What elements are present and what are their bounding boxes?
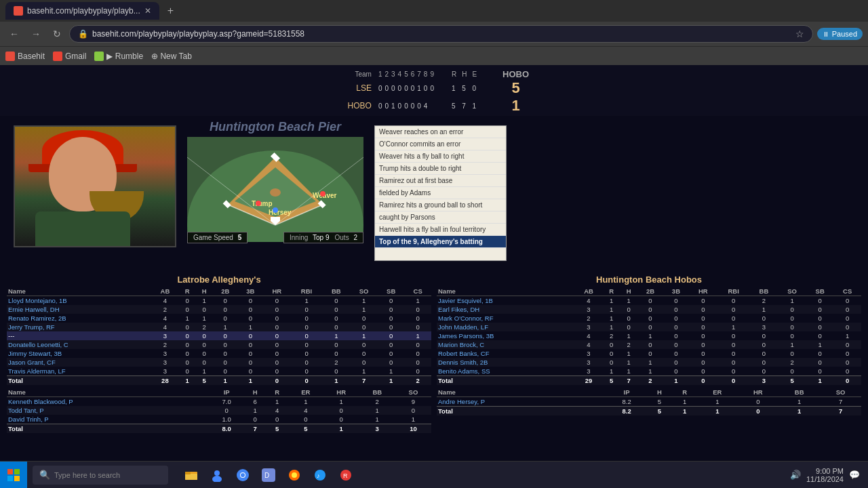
- table-row: John Madden, LF31000013000: [437, 323, 861, 331]
- field-title: Huntington Beach Pier: [210, 120, 341, 134]
- taskbar: 🔍 Type here to search: [0, 461, 868, 488]
- table-row: Lloyd Montejano, 1B40100010101: [7, 296, 431, 306]
- svg-rect-20: [14, 469, 20, 474]
- close-tab-button[interactable]: ✕: [144, 6, 151, 16]
- gmail-icon: [53, 52, 62, 61]
- bookmarks-bar: Basehit Gmail ▶ Rumble ⊕ New Tab: [0, 46, 868, 65]
- taskbar-search[interactable]: 🔍 Type here to search: [33, 466, 168, 485]
- taskbar-chrome-icon[interactable]: [231, 463, 255, 487]
- hobo-pitchers-section: Name IPHR ERHRBBSO Andre Hersey, P8.2511…: [437, 388, 861, 415]
- inning-outs-display: Inning Top 9 Outs 2: [283, 232, 363, 243]
- inning-label: Inning: [290, 234, 308, 241]
- clock-date: 11/18/2024: [806, 475, 844, 483]
- svg-point-10: [270, 188, 281, 197]
- svg-rect-25: [185, 472, 191, 474]
- latrobe-pitchers-section: Name IPHR ERHRBBSO Kenneth Blackwood, P7…: [7, 388, 431, 433]
- field-wrapper: Trump Hersey Weaver Game Speed 5: [187, 137, 363, 243]
- pbp-item[interactable]: Harwell hits a fly ball in foul territor…: [375, 224, 506, 236]
- inning-value: Top 9: [313, 234, 329, 241]
- col-name: Name: [437, 287, 574, 296]
- taskbar-extra2-icon[interactable]: R: [334, 463, 358, 487]
- hobo-pitchers-table: Name IPHR ERHRBBSO Andre Hersey, P8.2511…: [437, 388, 861, 415]
- pbp-item[interactable]: Weaver hits a fly ball to right: [375, 150, 506, 163]
- tab-label: basehit.com/playbyplay/playb...: [27, 6, 140, 16]
- total-row: Total295721003510: [437, 376, 861, 386]
- hobo-title: Huntington Beach Hobos: [437, 274, 861, 285]
- bookmark-newtab[interactable]: ⊕ New Tab: [151, 52, 192, 61]
- table-row: James Parsons, 3B42110000001: [437, 331, 861, 340]
- pbp-item[interactable]: Ramirez out at first base: [375, 175, 506, 187]
- table-row: Mark O'Connor, RF21000000000: [437, 314, 861, 323]
- svg-point-18: [320, 191, 326, 197]
- table-row: Andre Hersey, P8.2511017: [437, 397, 861, 407]
- hobo-score: 5: [500, 79, 532, 97]
- svg-text:♪: ♪: [317, 472, 320, 479]
- latrobe-pitchers-table: Name IPHR ERHRBBSO Kenneth Blackwood, P7…: [7, 388, 431, 433]
- latrobe-stats: Latrobe Allegheny's Name ABRH 2B3BHR RBI…: [7, 274, 431, 485]
- forward-button[interactable]: →: [27, 26, 45, 42]
- pbp-item[interactable]: Ramirez hits a ground ball to short: [375, 199, 506, 211]
- table-row: Jerry Trump, RF40211000000: [7, 323, 431, 331]
- back-button[interactable]: ←: [5, 26, 23, 42]
- refresh-button[interactable]: ↻: [49, 26, 65, 42]
- hobo-h: 7: [459, 97, 469, 115]
- inning-display: Inning Top 9: [290, 234, 330, 241]
- table-row: Travis Alderman, LF30100000110: [7, 367, 431, 376]
- table-row: Benito Adams, SS31110000000: [437, 367, 861, 376]
- browser-chrome: basehit.com/playbyplay/playb... ✕ + ← → …: [0, 0, 868, 65]
- pbp-item[interactable]: Weaver reaches on an error: [375, 126, 506, 138]
- discord-svg-icon: D: [262, 468, 275, 482]
- rumble-icon: [94, 52, 104, 61]
- tab-favicon: [14, 6, 23, 16]
- taskbar-firefox-icon[interactable]: [282, 463, 307, 487]
- windows-icon: [7, 469, 20, 481]
- pbp-item[interactable]: caught by Parsons: [375, 211, 506, 224]
- svg-text:Hersey: Hersey: [269, 209, 292, 216]
- paused-label: Paused: [832, 30, 857, 38]
- field-section: Huntington Beach Pier: [187, 120, 363, 269]
- address-bar[interactable]: 🔒 basehit.com/playbyplay/playbyplay.asp?…: [69, 25, 813, 43]
- lse-team-label: LSE: [336, 79, 377, 97]
- taskbar-explorer-icon[interactable]: [179, 463, 203, 487]
- table-row: Kenneth Blackwood, P7.0611129: [7, 397, 431, 407]
- extra2-svg-icon: R: [339, 468, 353, 482]
- svg-point-34: [292, 472, 297, 478]
- active-tab[interactable]: basehit.com/playbyplay/playb... ✕: [5, 2, 159, 20]
- clock-svg-icon: ♪: [313, 468, 327, 482]
- new-tab-button[interactable]: +: [162, 2, 179, 20]
- paused-icon: ⏸: [823, 30, 829, 38]
- webcam-face: [49, 137, 117, 211]
- scoreboard-table: Team 1 2 3 4 5 6 7 8 9 R H E HOBO LSE 0: [336, 69, 532, 115]
- latrobe-title: Latrobe Allegheny's: [7, 274, 431, 285]
- svg-point-26: [214, 470, 220, 476]
- gmail-label: Gmail: [65, 52, 86, 61]
- taskbar-extra1-icon[interactable]: ♪: [308, 463, 332, 487]
- pbp-item[interactable]: Trump hits a double to right: [375, 163, 506, 175]
- bookmark-rumble[interactable]: ▶ Rumble: [94, 52, 143, 61]
- bookmark-star-icon[interactable]: ☆: [795, 28, 804, 39]
- webcam-shirt: [35, 211, 130, 247]
- team-col-header: Team: [336, 69, 377, 79]
- table-row: Marion Brock, C40200000110: [437, 340, 861, 349]
- chrome-svg-icon: [236, 468, 250, 482]
- total-row: Total8.2511017: [437, 407, 861, 416]
- start-button[interactable]: [0, 462, 27, 489]
- svg-point-30: [241, 473, 245, 477]
- table-row: Ernie Harwell, DH20000000100: [7, 305, 431, 314]
- svg-point-27: [212, 476, 222, 482]
- pbp-item[interactable]: O'Connor commits an error: [375, 138, 506, 150]
- lse-score: 1: [500, 97, 532, 115]
- pbp-panel[interactable]: Weaver reaches on an errorO'Connor commi…: [374, 125, 507, 261]
- game-speed-value: 5: [238, 234, 242, 241]
- taskbar-person-icon[interactable]: [205, 463, 229, 487]
- hobo-r: 5: [449, 97, 459, 115]
- bookmark-gmail[interactable]: Gmail: [53, 52, 86, 61]
- notification-icon[interactable]: 💬: [849, 470, 860, 480]
- hobo-team-label: HOBO: [336, 97, 377, 115]
- pbp-item[interactable]: fielded by Adams: [375, 187, 506, 199]
- svg-point-17: [273, 207, 278, 213]
- taskbar-discord-icon[interactable]: D: [256, 463, 281, 487]
- bookmark-basehit[interactable]: Basehit: [5, 52, 45, 61]
- pbp-item[interactable]: Top of the 9, Allegheny's batting: [375, 236, 506, 248]
- newtab-label: ⊕ New Tab: [151, 52, 192, 61]
